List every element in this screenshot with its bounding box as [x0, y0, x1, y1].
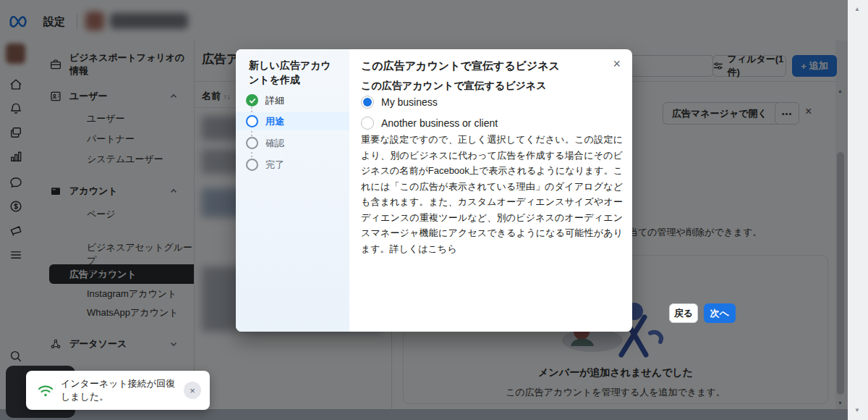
radio-unselected-icon[interactable]	[361, 117, 374, 130]
radio-label: Another business or client	[381, 117, 498, 129]
back-button[interactable]: 戻る	[669, 303, 698, 323]
connection-toast: インターネット接続が回復しました。 ×	[26, 371, 210, 410]
next-button[interactable]: 次へ	[704, 303, 736, 323]
wifi-icon	[38, 383, 54, 398]
step-details[interactable]: 詳細	[236, 91, 349, 109]
step-purpose-active[interactable]: 用途	[236, 112, 349, 130]
step-confirm[interactable]: 確認	[236, 134, 349, 152]
create-ad-account-dialog: 新しい広告アカウントを作成 詳細 用途 確認 完了 この広告アカウントで宣	[236, 49, 632, 332]
dialog-steps-panel: 新しい広告アカウントを作成 詳細 用途 確認 完了	[236, 49, 349, 332]
step-connector	[251, 107, 252, 112]
dialog-body-panel: この広告アカウントで宣伝するビジネス × この広告アカウントで宣伝するビジネス …	[349, 49, 632, 332]
radio-selected-icon[interactable]	[361, 96, 374, 109]
step-label: 確認	[265, 137, 284, 150]
step-label: 完了	[265, 159, 284, 172]
radio-label: My business	[381, 96, 438, 108]
close-icon[interactable]: ×	[613, 56, 621, 72]
radio-option-another-business[interactable]: Another business or client	[361, 117, 498, 130]
dialog-header: この広告アカウントで宣伝するビジネス	[361, 59, 560, 73]
radio-option-my-business[interactable]: My business	[361, 96, 438, 109]
circle-icon	[246, 137, 258, 149]
scroll-up-icon[interactable]: ▲	[854, 6, 860, 12]
toast-message: インターネット接続が回復しました。	[61, 377, 176, 403]
step-done[interactable]: 完了	[236, 156, 349, 174]
dialog-title: 新しい広告アカウントを作成	[249, 58, 339, 87]
step-label: 用途	[265, 115, 284, 128]
browser-scrollbar[interactable]: ▲ ▼	[848, 0, 868, 420]
toast-close-icon[interactable]: ×	[184, 382, 201, 399]
scroll-down-icon[interactable]: ▼	[854, 407, 860, 413]
screen: 設定 ビジネスポートフォリオの情報 ユーザ	[0, 0, 868, 420]
circle-icon	[246, 159, 258, 171]
dialog-description: 重要な設定ですので、正しく選択してください。この設定により、別のビジネスに代わっ…	[361, 132, 623, 256]
step-label: 詳細	[265, 94, 284, 107]
radio-circle-icon	[246, 115, 258, 127]
dialog-question: この広告アカウントで宣伝するビジネス	[361, 80, 547, 93]
check-icon	[246, 94, 258, 106]
